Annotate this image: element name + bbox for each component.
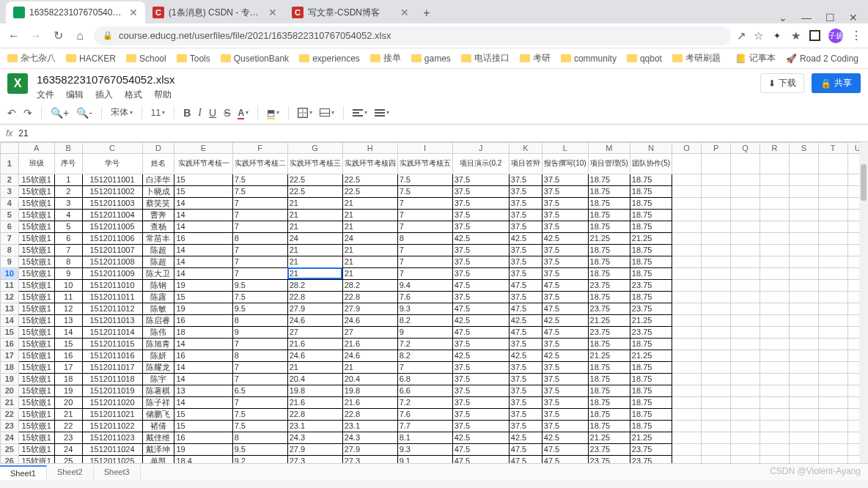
cell[interactable]: 21.6 [287,396,342,408]
cell[interactable]: 18 [174,326,232,338]
cell[interactable]: 47.5 [509,279,542,291]
cell[interactable] [702,291,731,303]
bookmark-item[interactable]: Tools [177,53,210,64]
cell[interactable]: 7.2 [397,396,452,408]
cell[interactable]: 查杨 [142,221,174,232]
row-header[interactable]: 23 [1,420,19,432]
cell[interactable]: 47.5 [542,279,588,291]
cell[interactable] [702,385,731,396]
cell[interactable]: 37.5 [509,221,542,232]
cell[interactable]: 陈著棋 [142,385,174,396]
cell[interactable]: 18.75 [588,267,630,279]
cell[interactable]: 15软嵌1 [18,209,54,221]
cell[interactable]: 28.2 [287,279,342,291]
cell[interactable]: 7.5 [232,420,287,432]
column-header[interactable]: Q [730,143,760,154]
row-header[interactable]: 4 [1,197,19,209]
cell[interactable]: 37.5 [542,373,588,385]
cell[interactable]: 1512011017 [82,361,142,373]
cell[interactable]: 陈钢 [142,279,174,291]
cell[interactable] [702,153,731,174]
cell[interactable] [818,314,847,326]
cell[interactable]: 21 [342,256,397,267]
cell[interactable] [789,209,818,221]
column-header[interactable]: I [397,143,452,154]
cell[interactable] [760,291,790,303]
cell[interactable]: 11 [54,291,82,303]
cell[interactable]: 1512011016 [82,350,142,361]
cell[interactable] [672,385,702,396]
cell[interactable] [760,396,790,408]
cell[interactable]: 14 [174,209,232,221]
cell[interactable]: 19 [54,385,82,396]
bookmark-item[interactable]: 杂七杂八 [7,52,56,64]
bookmark-item[interactable]: experiences [299,53,360,64]
cell[interactable]: 24.6 [287,350,342,361]
cell[interactable]: 陈子祥 [142,396,174,408]
menu-item[interactable]: 帮助 [154,89,172,101]
cell[interactable] [702,185,731,197]
cell[interactable]: 37.5 [452,197,509,209]
cell[interactable] [672,291,702,303]
cell[interactable] [818,244,847,256]
cell[interactable] [789,432,818,443]
cell[interactable]: 14 [174,221,232,232]
cell[interactable]: 37.5 [452,373,509,385]
cell[interactable] [818,197,847,209]
cell[interactable]: 37.5 [542,209,588,221]
cell[interactable]: 7 [232,221,287,232]
cell[interactable]: 21.6 [342,338,397,350]
cell[interactable]: 19 [174,443,232,455]
column-header[interactable]: P [702,143,731,154]
cell[interactable]: 23.75 [630,326,672,338]
cell[interactable]: 23 [54,432,82,443]
share-icon[interactable]: ↗ [737,29,746,42]
cell[interactable]: 37.5 [452,361,509,373]
menu-item[interactable]: 插入 [95,89,113,101]
cell[interactable]: 褚倩 [142,420,174,432]
cell[interactable] [760,279,790,291]
cell[interactable]: 1512011025 [82,455,142,463]
cell[interactable]: 47.5 [509,303,542,314]
cell[interactable] [789,314,818,326]
cell[interactable]: 37.5 [542,408,588,420]
italic-button[interactable]: I [198,107,202,119]
cell[interactable]: 陈大卫 [142,267,174,279]
cell[interactable] [789,420,818,432]
forward-button[interactable]: → [28,29,44,42]
cell[interactable] [818,396,847,408]
cell[interactable] [672,455,702,463]
cell[interactable] [818,303,847,314]
cell[interactable] [702,197,731,209]
cell[interactable]: 42.5 [509,432,542,443]
cell[interactable]: 37.5 [509,420,542,432]
fill-color-button[interactable]: ⬒▾ [267,108,279,118]
sheet-tab[interactable]: Sheet3 [94,465,141,480]
cell[interactable]: 15 [54,338,82,350]
cell[interactable]: 18.75 [630,256,672,267]
cell[interactable] [760,244,790,256]
cell[interactable]: 13 [54,314,82,326]
cell[interactable] [789,153,818,174]
cell[interactable]: 15软嵌1 [18,303,54,314]
cell[interactable]: 15 [174,174,232,185]
column-header[interactable]: K [509,143,542,154]
cell[interactable]: 14 [54,326,82,338]
cell[interactable]: 9.5 [232,303,287,314]
cell[interactable]: 47.5 [452,443,509,455]
cell[interactable] [702,338,731,350]
cell[interactable]: 21.25 [588,350,630,361]
cell[interactable]: 14 [174,197,232,209]
cell[interactable]: 14 [174,338,232,350]
bookmark-item[interactable]: 考研 [520,52,551,64]
cell[interactable]: 1512011010 [82,279,142,291]
cell[interactable]: 21 [287,221,342,232]
cell[interactable]: 实践环节考核四 [342,153,397,174]
cell[interactable]: 37.5 [509,174,542,185]
column-header[interactable]: A [18,143,54,154]
cell[interactable] [789,291,818,303]
cell[interactable]: 42.5 [542,314,588,326]
cell[interactable]: 9.4 [397,279,452,291]
cell[interactable]: 1512011001 [82,174,142,185]
cell[interactable]: 19.8 [287,385,342,396]
